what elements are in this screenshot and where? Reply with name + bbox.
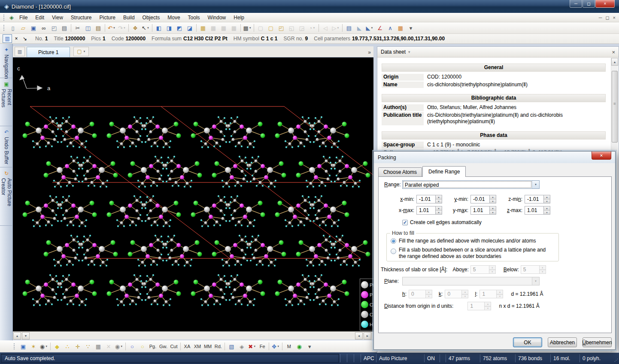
- scroll-left-icon[interactable]: ◄: [355, 332, 363, 340]
- mdi-restore-button[interactable]: ◻: [605, 15, 609, 21]
- sidebar-tab-recent-pictures[interactable]: ▣Recent Pictures: [0, 78, 13, 126]
- polyhedron-yellow-icon[interactable]: ○: [137, 342, 148, 351]
- open-folder-icon[interactable]: ▱: [18, 23, 28, 33]
- rd-button[interactable]: Rd.: [213, 342, 223, 351]
- toolbar-overflow-icon[interactable]: ▾: [406, 23, 416, 33]
- sidebar-tab-navigation[interactable]: ✦Navigation: [0, 44, 13, 78]
- toolbar-overflow-icon[interactable]: ▾: [304, 342, 315, 351]
- print-preview-icon[interactable]: ◰: [49, 23, 59, 33]
- mdi-close-button[interactable]: ×: [613, 15, 616, 20]
- mm-button[interactable]: MM: [203, 342, 213, 351]
- navigation-window-icon[interactable]: ◧: [154, 23, 164, 33]
- close-structure-icon[interactable]: ×: [12, 35, 21, 42]
- goto-structure-icon[interactable]: ↘: [21, 35, 29, 42]
- chevron-down-icon[interactable]: ▼: [532, 181, 539, 188]
- coordination-sphere-icon[interactable]: ◉▼: [114, 342, 124, 351]
- z-min-spinner[interactable]: -1.01▲▼: [525, 195, 550, 203]
- build-wizard-icon[interactable]: ✶: [28, 342, 39, 351]
- history-icon[interactable]: ◔▼: [307, 23, 317, 33]
- sidebar-tab-undo-buffer[interactable]: ↶Undo Buffer: [0, 126, 13, 167]
- scroll-right-icon[interactable]: ►: [364, 332, 371, 340]
- new-picture-icon[interactable]: ▢: [266, 23, 276, 33]
- apc-window-icon[interactable]: ◪: [185, 23, 195, 33]
- destroy-icon[interactable]: ✖▼: [247, 342, 257, 351]
- cut-button[interactable]: Cut: [169, 342, 179, 351]
- polygons-button[interactable]: Pg.: [148, 342, 158, 351]
- picture-settings-icon[interactable]: ▣: [18, 342, 28, 351]
- find-binoculars-icon[interactable]: ∞: [39, 23, 49, 33]
- packing-dialog-close-button[interactable]: ×: [592, 152, 611, 160]
- x-min-spinner[interactable]: -1.01▲▼: [416, 195, 442, 203]
- scrollbar-up-icon[interactable]: ▲: [611, 58, 618, 66]
- paste-icon[interactable]: ▤: [93, 23, 103, 33]
- structure-canvas[interactable]: ca: [13, 58, 373, 331]
- range-combobox[interactable]: Parallel epiped ▼: [402, 180, 540, 189]
- prev-picture-icon[interactable]: ◁: [320, 23, 331, 33]
- undo-icon[interactable]: ↶▼: [106, 23, 117, 33]
- minimize-button[interactable]: ─: [570, 0, 582, 8]
- growth-button[interactable]: Gw.: [158, 342, 169, 351]
- angles-table-icon[interactable]: ▦: [208, 23, 218, 33]
- fill-range-radio[interactable]: [391, 238, 396, 244]
- new-picture-tab-button[interactable]: ▢ ▼: [73, 47, 89, 56]
- menu-objects[interactable]: Objects: [139, 13, 164, 22]
- tile-pictures-icon[interactable]: ▥: [15, 47, 25, 56]
- polyhedron-blue-icon[interactable]: ○: [127, 342, 137, 351]
- scroll-up-icon[interactable]: ▲: [13, 332, 21, 340]
- lattice-plane-icon[interactable]: ◈: [237, 342, 247, 351]
- y-max-spinner[interactable]: 1.01▲▼: [470, 206, 496, 215]
- scrollbar-thumb[interactable]: [612, 71, 618, 143]
- xa-button[interactable]: XA: [182, 342, 192, 351]
- destroy-net-icon[interactable]: ✕: [103, 342, 114, 351]
- measure-button[interactable]: M: [284, 342, 294, 351]
- move-icon[interactable]: ✥▼: [270, 342, 281, 351]
- y-min-spinner[interactable]: -0.01▲▼: [470, 195, 496, 203]
- connect-atoms-icon[interactable]: ∵: [83, 342, 93, 351]
- undo-buffer-window-icon[interactable]: ◩: [174, 23, 185, 33]
- build-net-icon[interactable]: ▦: [93, 342, 103, 351]
- color-fill-icon[interactable]: ◆: [52, 342, 62, 351]
- tab-picture-1[interactable]: Picture 1: [27, 47, 70, 57]
- report-icon[interactable]: ▤: [344, 23, 354, 33]
- new-document-icon[interactable]: ▯: [8, 23, 18, 33]
- menu-picture[interactable]: Picture: [96, 13, 119, 22]
- ok-button[interactable]: OK: [513, 337, 542, 347]
- render-ball-icon[interactable]: ◉: [294, 342, 304, 351]
- tab-define-range[interactable]: Define Range: [422, 166, 466, 177]
- close-button[interactable]: ×: [595, 0, 615, 8]
- recent-pictures-window-icon[interactable]: ◨: [164, 23, 174, 33]
- more-tabs-chevron[interactable]: »: [368, 49, 371, 55]
- insert-atom-icon[interactable]: ✛: [73, 342, 83, 351]
- z-max-spinner[interactable]: 1.01▲▼: [525, 206, 550, 215]
- slope-white-icon[interactable]: ◣: [354, 23, 364, 33]
- next-picture-icon[interactable]: ▷▼: [331, 23, 341, 33]
- maximize-button[interactable]: ◻: [583, 0, 595, 8]
- menu-tools[interactable]: Tools: [184, 13, 204, 22]
- menu-build[interactable]: Build: [119, 13, 139, 22]
- x-max-spinner[interactable]: 1.01▲▼: [416, 206, 442, 215]
- add-atoms-icon[interactable]: ∴: [62, 342, 73, 351]
- menu-window[interactable]: Window: [204, 13, 230, 22]
- angle-widget-icon[interactable]: ∠: [375, 23, 385, 33]
- copy-icon[interactable]: ◫: [83, 23, 93, 33]
- viewing-lens-icon[interactable]: ◉▼: [39, 342, 49, 351]
- pan-hand-icon[interactable]: ❖: [130, 23, 140, 33]
- pin-icon[interactable]: ▾: [408, 50, 410, 54]
- distances-table-icon[interactable]: ▦: [198, 23, 208, 33]
- copy-picture-icon[interactable]: ◰: [276, 23, 286, 33]
- redo-icon[interactable]: ↷▼: [117, 23, 127, 33]
- resize-grip[interactable]: ⋰: [612, 354, 618, 362]
- scroll-down-icon[interactable]: ▼: [22, 332, 30, 340]
- xm-button[interactable]: XM: [192, 342, 203, 351]
- create-cell-edges-checkbox[interactable]: ✓: [402, 220, 408, 225]
- packing-dialog-titlebar[interactable]: Packing: [374, 152, 615, 163]
- datasheet-table-icon[interactable]: ▦: [395, 23, 406, 33]
- menu-view[interactable]: View: [48, 13, 67, 22]
- symmetry-table-icon[interactable]: ▦: [229, 23, 239, 33]
- mdi-minimize-button[interactable]: ─: [599, 15, 602, 20]
- cancel-button[interactable]: Abbrechen: [548, 337, 577, 347]
- menu-move[interactable]: Move: [164, 13, 184, 22]
- powder-diagram-icon[interactable]: ∧: [385, 23, 395, 33]
- picture-props-icon[interactable]: ◱: [286, 23, 297, 33]
- fill-slab-radio[interactable]: [391, 249, 396, 254]
